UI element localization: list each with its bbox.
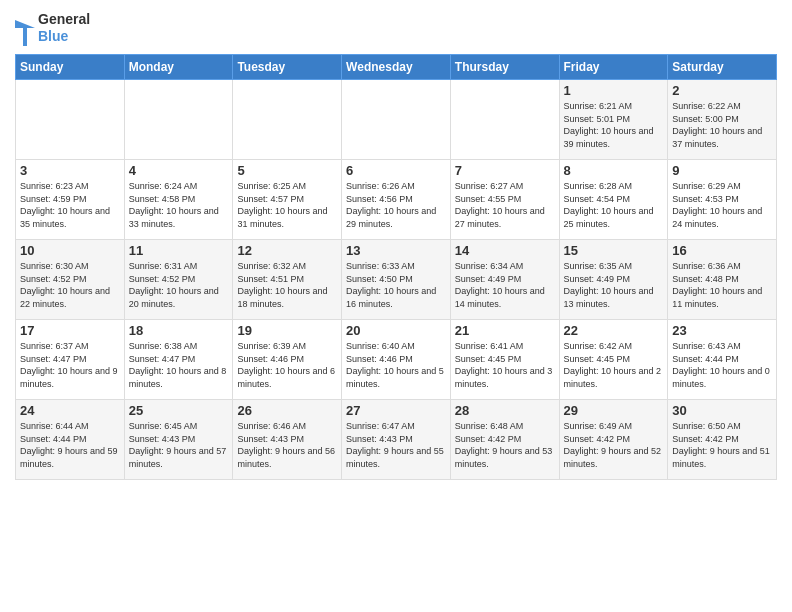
calendar-week-5: 24Sunrise: 6:44 AM Sunset: 4:44 PM Dayli…: [16, 400, 777, 480]
day-info: Sunrise: 6:35 AM Sunset: 4:49 PM Dayligh…: [564, 261, 654, 309]
day-info: Sunrise: 6:39 AM Sunset: 4:46 PM Dayligh…: [237, 341, 335, 389]
day-info: Sunrise: 6:41 AM Sunset: 4:45 PM Dayligh…: [455, 341, 553, 389]
calendar-day-26: 26Sunrise: 6:46 AM Sunset: 4:43 PM Dayli…: [233, 400, 342, 480]
day-number: 11: [129, 243, 229, 258]
calendar-day-19: 19Sunrise: 6:39 AM Sunset: 4:46 PM Dayli…: [233, 320, 342, 400]
day-number: 28: [455, 403, 555, 418]
calendar-day-5: 5Sunrise: 6:25 AM Sunset: 4:57 PM Daylig…: [233, 160, 342, 240]
day-info: Sunrise: 6:21 AM Sunset: 5:01 PM Dayligh…: [564, 101, 654, 149]
day-number: 20: [346, 323, 446, 338]
calendar-empty: [342, 80, 451, 160]
day-number: 4: [129, 163, 229, 178]
day-number: 24: [20, 403, 120, 418]
calendar-week-4: 17Sunrise: 6:37 AM Sunset: 4:47 PM Dayli…: [16, 320, 777, 400]
day-header-friday: Friday: [559, 55, 668, 80]
day-header-wednesday: Wednesday: [342, 55, 451, 80]
header: General Blue: [15, 10, 777, 46]
day-info: Sunrise: 6:42 AM Sunset: 4:45 PM Dayligh…: [564, 341, 662, 389]
day-info: Sunrise: 6:37 AM Sunset: 4:47 PM Dayligh…: [20, 341, 118, 389]
page-container: General Blue SundayMondayTuesdayWednesda…: [0, 0, 792, 490]
calendar-day-23: 23Sunrise: 6:43 AM Sunset: 4:44 PM Dayli…: [668, 320, 777, 400]
day-number: 3: [20, 163, 120, 178]
day-number: 13: [346, 243, 446, 258]
day-number: 18: [129, 323, 229, 338]
day-info: Sunrise: 6:48 AM Sunset: 4:42 PM Dayligh…: [455, 421, 553, 469]
calendar-day-27: 27Sunrise: 6:47 AM Sunset: 4:43 PM Dayli…: [342, 400, 451, 480]
logo: General Blue: [15, 10, 90, 46]
calendar-day-13: 13Sunrise: 6:33 AM Sunset: 4:50 PM Dayli…: [342, 240, 451, 320]
calendar-day-24: 24Sunrise: 6:44 AM Sunset: 4:44 PM Dayli…: [16, 400, 125, 480]
calendar-day-16: 16Sunrise: 6:36 AM Sunset: 4:48 PM Dayli…: [668, 240, 777, 320]
calendar-day-25: 25Sunrise: 6:45 AM Sunset: 4:43 PM Dayli…: [124, 400, 233, 480]
calendar-day-21: 21Sunrise: 6:41 AM Sunset: 4:45 PM Dayli…: [450, 320, 559, 400]
day-header-saturday: Saturday: [668, 55, 777, 80]
calendar-day-4: 4Sunrise: 6:24 AM Sunset: 4:58 PM Daylig…: [124, 160, 233, 240]
calendar-day-14: 14Sunrise: 6:34 AM Sunset: 4:49 PM Dayli…: [450, 240, 559, 320]
day-number: 1: [564, 83, 664, 98]
calendar-day-11: 11Sunrise: 6:31 AM Sunset: 4:52 PM Dayli…: [124, 240, 233, 320]
day-number: 16: [672, 243, 772, 258]
day-info: Sunrise: 6:45 AM Sunset: 4:43 PM Dayligh…: [129, 421, 227, 469]
day-number: 26: [237, 403, 337, 418]
day-info: Sunrise: 6:30 AM Sunset: 4:52 PM Dayligh…: [20, 261, 110, 309]
calendar-table: SundayMondayTuesdayWednesdayThursdayFrid…: [15, 54, 777, 480]
calendar-day-10: 10Sunrise: 6:30 AM Sunset: 4:52 PM Dayli…: [16, 240, 125, 320]
day-info: Sunrise: 6:34 AM Sunset: 4:49 PM Dayligh…: [455, 261, 545, 309]
calendar-day-1: 1Sunrise: 6:21 AM Sunset: 5:01 PM Daylig…: [559, 80, 668, 160]
day-info: Sunrise: 6:31 AM Sunset: 4:52 PM Dayligh…: [129, 261, 219, 309]
calendar-day-20: 20Sunrise: 6:40 AM Sunset: 4:46 PM Dayli…: [342, 320, 451, 400]
calendar-empty: [16, 80, 125, 160]
day-info: Sunrise: 6:33 AM Sunset: 4:50 PM Dayligh…: [346, 261, 436, 309]
day-number: 17: [20, 323, 120, 338]
day-info: Sunrise: 6:24 AM Sunset: 4:58 PM Dayligh…: [129, 181, 219, 229]
calendar-day-30: 30Sunrise: 6:50 AM Sunset: 4:42 PM Dayli…: [668, 400, 777, 480]
calendar-day-7: 7Sunrise: 6:27 AM Sunset: 4:55 PM Daylig…: [450, 160, 559, 240]
day-header-thursday: Thursday: [450, 55, 559, 80]
calendar-day-12: 12Sunrise: 6:32 AM Sunset: 4:51 PM Dayli…: [233, 240, 342, 320]
day-info: Sunrise: 6:28 AM Sunset: 4:54 PM Dayligh…: [564, 181, 654, 229]
day-header-sunday: Sunday: [16, 55, 125, 80]
day-number: 25: [129, 403, 229, 418]
day-number: 22: [564, 323, 664, 338]
day-number: 5: [237, 163, 337, 178]
day-number: 6: [346, 163, 446, 178]
calendar-day-3: 3Sunrise: 6:23 AM Sunset: 4:59 PM Daylig…: [16, 160, 125, 240]
day-number: 12: [237, 243, 337, 258]
calendar-day-29: 29Sunrise: 6:49 AM Sunset: 4:42 PM Dayli…: [559, 400, 668, 480]
day-info: Sunrise: 6:43 AM Sunset: 4:44 PM Dayligh…: [672, 341, 770, 389]
calendar-day-8: 8Sunrise: 6:28 AM Sunset: 4:54 PM Daylig…: [559, 160, 668, 240]
day-header-tuesday: Tuesday: [233, 55, 342, 80]
day-info: Sunrise: 6:26 AM Sunset: 4:56 PM Dayligh…: [346, 181, 436, 229]
day-number: 9: [672, 163, 772, 178]
calendar-day-28: 28Sunrise: 6:48 AM Sunset: 4:42 PM Dayli…: [450, 400, 559, 480]
calendar-day-9: 9Sunrise: 6:29 AM Sunset: 4:53 PM Daylig…: [668, 160, 777, 240]
day-info: Sunrise: 6:44 AM Sunset: 4:44 PM Dayligh…: [20, 421, 118, 469]
logo-text: General Blue: [38, 11, 90, 45]
day-info: Sunrise: 6:29 AM Sunset: 4:53 PM Dayligh…: [672, 181, 762, 229]
day-info: Sunrise: 6:38 AM Sunset: 4:47 PM Dayligh…: [129, 341, 227, 389]
calendar-week-1: 1Sunrise: 6:21 AM Sunset: 5:01 PM Daylig…: [16, 80, 777, 160]
calendar-empty: [124, 80, 233, 160]
day-info: Sunrise: 6:40 AM Sunset: 4:46 PM Dayligh…: [346, 341, 444, 389]
day-info: Sunrise: 6:49 AM Sunset: 4:42 PM Dayligh…: [564, 421, 662, 469]
day-number: 2: [672, 83, 772, 98]
calendar-day-2: 2Sunrise: 6:22 AM Sunset: 5:00 PM Daylig…: [668, 80, 777, 160]
calendar-day-18: 18Sunrise: 6:38 AM Sunset: 4:47 PM Dayli…: [124, 320, 233, 400]
calendar-empty: [233, 80, 342, 160]
day-number: 7: [455, 163, 555, 178]
calendar-week-3: 10Sunrise: 6:30 AM Sunset: 4:52 PM Dayli…: [16, 240, 777, 320]
day-info: Sunrise: 6:50 AM Sunset: 4:42 PM Dayligh…: [672, 421, 770, 469]
day-info: Sunrise: 6:23 AM Sunset: 4:59 PM Dayligh…: [20, 181, 110, 229]
day-number: 8: [564, 163, 664, 178]
day-number: 27: [346, 403, 446, 418]
day-info: Sunrise: 6:47 AM Sunset: 4:43 PM Dayligh…: [346, 421, 444, 469]
calendar-empty: [450, 80, 559, 160]
day-info: Sunrise: 6:22 AM Sunset: 5:00 PM Dayligh…: [672, 101, 762, 149]
day-number: 14: [455, 243, 555, 258]
calendar-week-2: 3Sunrise: 6:23 AM Sunset: 4:59 PM Daylig…: [16, 160, 777, 240]
day-header-monday: Monday: [124, 55, 233, 80]
day-info: Sunrise: 6:25 AM Sunset: 4:57 PM Dayligh…: [237, 181, 327, 229]
day-number: 19: [237, 323, 337, 338]
day-info: Sunrise: 6:27 AM Sunset: 4:55 PM Dayligh…: [455, 181, 545, 229]
day-number: 29: [564, 403, 664, 418]
